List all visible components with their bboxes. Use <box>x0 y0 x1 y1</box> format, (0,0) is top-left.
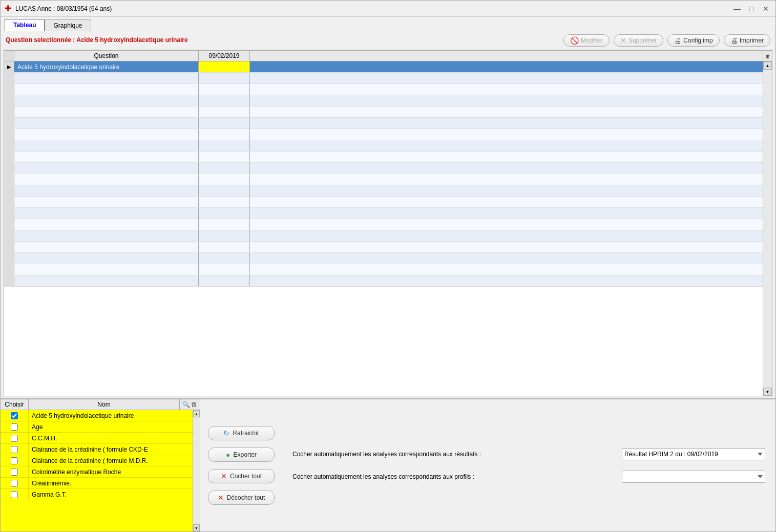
decocher-tout-button[interactable]: ✕ Décocher tout <box>208 491 275 505</box>
table-row[interactable] <box>4 275 763 287</box>
row-indicator <box>4 230 14 241</box>
table-row[interactable]: ▶Acide 5 hydroxyindolacetique urinaire <box>4 61 763 73</box>
list-item[interactable]: Gamma G.T. <box>1 489 193 500</box>
list-item[interactable]: Acide 5 hydroxyindolacetique urinaire <box>1 410 193 421</box>
scroll-up-button[interactable]: ▲ <box>763 61 772 70</box>
table-row[interactable] <box>4 219 763 230</box>
maximize-button[interactable]: □ <box>746 3 757 14</box>
cell-date <box>199 129 250 140</box>
table-row[interactable] <box>4 95 763 107</box>
refresh-icon: ↻ <box>223 429 229 437</box>
list-item-name: Age <box>29 421 193 432</box>
cell-date <box>199 242 250 252</box>
modifier-icon: 🚫 <box>570 36 579 45</box>
cell-question <box>14 107 199 117</box>
exporter-button[interactable]: ● Exporter <box>208 448 275 462</box>
list-item[interactable]: Créatininémie. <box>1 478 193 489</box>
table-row[interactable] <box>4 185 763 197</box>
table-row[interactable] <box>4 107 763 118</box>
list-item-name: C.C.M.H. <box>29 433 193 443</box>
table-row[interactable] <box>4 197 763 208</box>
table-row[interactable] <box>4 163 763 174</box>
scroll-down-button[interactable]: ▼ <box>763 388 772 396</box>
modifier-button[interactable]: 🚫 Modifier <box>563 34 610 47</box>
table-row[interactable] <box>4 253 763 264</box>
list-item-name: Clairance de la créatinine ( formule M.D… <box>29 455 193 466</box>
row-indicator <box>4 118 14 129</box>
row-indicator <box>4 73 14 83</box>
list-header: Choisir Nom 🔍 🗑 <box>1 399 200 410</box>
filter-resultats-wrapper: Résultat HPRIM 2 du : 09/02/2019 <box>622 448 765 460</box>
tab-tableau[interactable]: Tableau <box>5 19 45 31</box>
cocher-tout-button[interactable]: ✕ Cocher tout <box>208 469 275 483</box>
supprimer-button[interactable]: ✕ Supprimer <box>614 34 663 47</box>
table-scrollbar[interactable]: ▲ ▼ <box>763 61 772 396</box>
list-item[interactable]: Clairance de la créatinine ( formule M.D… <box>1 455 193 466</box>
table-row[interactable] <box>4 118 763 129</box>
clear-table-button[interactable]: 🗑 <box>763 51 772 61</box>
cell-rest <box>250 73 763 83</box>
cell-question: Acide 5 hydroxyindolacetique urinaire <box>14 61 199 72</box>
list-scroll-down[interactable]: ▼ <box>193 524 200 531</box>
filter-resultats-select[interactable]: Résultat HPRIM 2 du : 09/02/2019 <box>622 448 765 460</box>
list-item-checkbox[interactable] <box>11 423 18 431</box>
list-item-checkbox[interactable] <box>11 412 18 419</box>
list-item-name: Acide 5 hydroxyindolacetique urinaire <box>29 410 193 421</box>
cell-date <box>199 140 250 151</box>
table-row[interactable] <box>4 84 763 95</box>
list-item-checkbox[interactable] <box>11 435 18 442</box>
config-imp-button[interactable]: 🖨 Config imp <box>667 34 719 47</box>
list-body: Acide 5 hydroxyindolacetique urinaireAge… <box>1 410 193 531</box>
cell-question <box>14 230 199 241</box>
imprimer-button[interactable]: 🖨 Imprimer <box>724 34 770 47</box>
list-item-checkbox[interactable] <box>11 446 18 453</box>
row-indicator: ▶ <box>4 61 14 72</box>
row-indicator <box>4 275 14 286</box>
table-row[interactable] <box>4 264 763 275</box>
rafraichir-button[interactable]: ↻ Rafraichir <box>208 426 275 440</box>
selected-question-label: Question selectionnée : Acide 5 hydroxyi… <box>6 36 559 45</box>
table-row[interactable] <box>4 230 763 242</box>
filter-profils-select[interactable] <box>622 471 765 483</box>
minimize-button[interactable]: — <box>731 3 743 14</box>
cell-question <box>14 84 199 95</box>
list-item-checkbox[interactable] <box>11 469 18 476</box>
list-item-checkbox[interactable] <box>11 480 18 487</box>
app-icon: ✚ <box>5 4 11 13</box>
scroll-track <box>763 70 772 388</box>
cell-date <box>199 264 250 275</box>
search-icon[interactable]: 🔍 <box>182 401 190 408</box>
list-scrollbar[interactable]: ▲ ▼ <box>193 410 200 531</box>
cell-rest <box>250 197 763 207</box>
list-col-icons-header: 🔍 🗑 <box>179 399 200 410</box>
table-row[interactable] <box>4 129 763 140</box>
table-row[interactable] <box>4 140 763 152</box>
cell-question <box>14 242 199 252</box>
tab-graphique[interactable]: Graphique <box>45 19 91 31</box>
check-all-icon: ✕ <box>221 472 227 480</box>
row-indicator <box>4 174 14 185</box>
clear-list-icon[interactable]: 🗑 <box>191 401 197 408</box>
list-item-name: Colorimétrie enzymatique Roche <box>29 466 193 477</box>
list-item[interactable]: Age <box>1 421 193 433</box>
table-row[interactable] <box>4 73 763 84</box>
list-cell-check <box>1 444 29 455</box>
list-scroll-up[interactable]: ▲ <box>193 410 200 417</box>
list-item[interactable]: Colorimétrie enzymatique Roche <box>1 466 193 478</box>
table-row[interactable] <box>4 242 763 253</box>
table-row[interactable] <box>4 174 763 185</box>
title-bar: ✚ LUCAS Anne : 08/03/1954 (64 ans) — □ ✕ <box>1 1 775 17</box>
cell-question <box>14 118 199 129</box>
table-row[interactable] <box>4 152 763 163</box>
list-item-checkbox[interactable] <box>11 457 18 464</box>
table-row[interactable] <box>4 208 763 219</box>
list-col-name-header: Nom <box>29 399 179 410</box>
imprimer-icon: 🖨 <box>730 36 738 45</box>
close-button[interactable]: ✕ <box>760 3 771 14</box>
list-item[interactable]: Clairance de la créatinine ( formule CKD… <box>1 444 193 455</box>
list-item[interactable]: C.C.M.H. <box>1 433 193 444</box>
row-indicator <box>4 264 14 275</box>
list-item-checkbox[interactable] <box>11 491 18 498</box>
tab-bar: Tableau Graphique <box>1 17 775 31</box>
row-indicator <box>4 140 14 151</box>
